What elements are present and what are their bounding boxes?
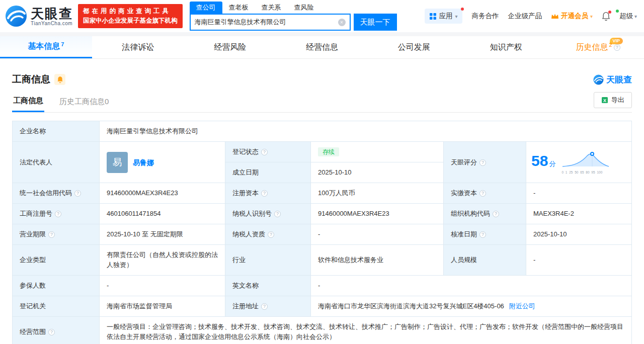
search-input[interactable]: [191, 19, 338, 26]
info-icon[interactable]: ?: [48, 231, 55, 238]
insured-count-label-cell: 参保人数: [13, 276, 100, 296]
search-tab-relation[interactable]: 查关系: [255, 2, 288, 14]
slogan-line1: 都在用的商业查询工具: [83, 7, 178, 16]
approval-date-value: 2025-10-10: [526, 224, 632, 245]
info-icon[interactable]: ?: [48, 329, 55, 335]
reg-address-label: 注册地址: [232, 302, 259, 310]
tab-label: 基本信息: [28, 41, 60, 52]
export-button[interactable]: X 导出: [594, 92, 632, 108]
chevron-down-icon: ▾: [634, 14, 637, 19]
nav-business-cooperation[interactable]: 商务合作: [471, 12, 499, 21]
info-icon[interactable]: ?: [479, 231, 486, 238]
reg-authority-label: 登记机关: [20, 302, 46, 310]
reg-capital-label-cell: 注册资本?: [225, 183, 311, 204]
score-number: 58分: [531, 156, 555, 169]
info-icon[interactable]: ?: [74, 190, 81, 197]
info-icon[interactable]: ?: [261, 303, 268, 310]
nearby-companies-link[interactable]: 附近公司: [509, 302, 535, 310]
export-label: 导出: [611, 96, 624, 105]
table-row: 登记机关 海南省市场监督管理局 注册地址? 海南省海口市龙华区滨海街道滨海大道3…: [13, 296, 632, 317]
search-block: 查公司 查老板 查关系 查风险 × 天眼一下: [190, 2, 397, 31]
company-name-label: 企业名称: [20, 127, 46, 135]
svg-text:X: X: [603, 98, 606, 103]
search-tab-company[interactable]: 查公司: [190, 2, 222, 14]
staff-size-label: 人员规模: [451, 256, 477, 264]
business-term-value: 2025-10-10 至 无固定期限: [100, 224, 225, 245]
nav-open-vip[interactable]: 开通会员 ▾: [551, 12, 593, 21]
tab-operating-risk[interactable]: 经营风险: [184, 36, 276, 58]
legal-rep-link[interactable]: 易鲁娜: [133, 157, 154, 167]
tab-history-info[interactable]: VIP 历史信息2 ?: [552, 36, 644, 58]
table-row: 工商注册号? 460106011471854 纳税人识别号? 91460000M…: [13, 204, 632, 224]
tab-intellectual-property[interactable]: 知识产权: [460, 36, 552, 58]
brand-domain: TianYanCha.com: [31, 21, 73, 26]
legal-rep-label: 法定代表人: [20, 158, 52, 166]
reg-address-value-cell: 海南省海口市龙华区滨海街道滨海大道32号复兴城E区4楼405-06附近公司: [311, 296, 632, 317]
notification-dot: [461, 8, 464, 11]
industry-value: 软件和信息技术服务业: [311, 245, 444, 276]
search-tab-risk[interactable]: 查风险: [288, 2, 320, 14]
org-code-label-cell: 组织机构代码?: [444, 204, 526, 224]
tab-basic-info[interactable]: 基本信息7: [0, 36, 92, 58]
reg-status-label-cell: 登记状态?: [225, 142, 311, 162]
score-value: 58: [531, 152, 548, 169]
score-axis-ticks: 0 1 25 50 65 80 95 100: [561, 170, 611, 175]
legal-rep-value-cell: 易 易鲁娜: [100, 142, 225, 183]
reg-status-value-cell: 存续: [311, 142, 444, 162]
info-icon[interactable]: ?: [493, 211, 499, 217]
clear-icon[interactable]: ×: [338, 19, 346, 26]
reg-capital-label: 注册资本: [232, 189, 259, 197]
staff-size-label-cell: 人员规模: [444, 245, 526, 276]
tab-legal-proceedings[interactable]: 法律诉讼: [92, 36, 184, 58]
tab-operating-info[interactable]: 经营信息: [276, 36, 368, 58]
chevron-down-icon: ▾: [455, 14, 457, 19]
establish-date-label-cell: 成立日期: [225, 162, 311, 183]
apps-menu[interactable]: 应用 ▾: [425, 9, 462, 24]
tab-badge: 7: [61, 41, 64, 47]
english-name-label: 英文名称: [232, 282, 259, 289]
staff-size-value: -: [526, 245, 632, 276]
reg-number-value: 460106011471854: [100, 204, 225, 224]
paid-capital-label: 实缴资本: [451, 189, 477, 197]
notification-bell-icon[interactable]: [602, 12, 610, 21]
search-button[interactable]: 天眼一下: [354, 14, 397, 31]
notification-dot: [608, 11, 611, 14]
business-scope-value: 一般经营项目：企业管理咨询；技术服务、技术开发、技术咨询、技术交流、技术转让、技…: [100, 317, 632, 344]
subscribe-bell-icon[interactable]: [54, 74, 65, 85]
info-icon[interactable]: ?: [614, 44, 620, 51]
search-input-wrap: ×: [190, 14, 351, 31]
legal-rep-avatar[interactable]: 易: [107, 152, 128, 173]
slogan-banner: 都在用的商业查询工具 国家中小企业发展子基金旗下机构: [78, 4, 183, 28]
nav-enterprise-products[interactable]: 企业级产品: [508, 12, 542, 21]
subtab-business-info[interactable]: 工商信息: [12, 91, 44, 112]
online-status-dot: [616, 10, 619, 13]
reg-authority-label-cell: 登记机关: [13, 296, 100, 317]
info-icon[interactable]: ?: [55, 211, 61, 217]
credit-code-value: 91460000MAEX3R4E23: [100, 183, 225, 204]
legal-rep-label-cell: 法定代表人: [13, 142, 100, 183]
section-head: 工商信息 天眼查: [12, 73, 632, 86]
watermark-logo: 天眼查: [593, 74, 632, 85]
subtab-history-business-info[interactable]: 历史工商信息0: [58, 92, 110, 112]
search-tab-boss[interactable]: 查老板: [222, 2, 255, 14]
company-name-label-cell: 企业名称: [13, 121, 100, 142]
info-icon[interactable]: ?: [268, 231, 274, 238]
info-icon[interactable]: ?: [479, 159, 486, 166]
tianyancha-logo[interactable]: 天眼查 TianYanCha.com: [5, 5, 73, 27]
reg-address-value: 海南省海口市龙华区滨海街道滨海大道32号复兴城E区4楼405-06: [318, 302, 504, 310]
info-icon[interactable]: ?: [261, 190, 268, 197]
info-icon[interactable]: ?: [479, 190, 486, 197]
tab-company-development[interactable]: 公司发展: [368, 36, 460, 58]
business-scope-label-cell: 经营范围?: [13, 317, 100, 344]
score-value-cell[interactable]: 58分 0 1 25 50 65 80 95 100: [526, 142, 632, 183]
business-term-label-cell: 营业期限?: [13, 224, 100, 245]
excel-export-icon: X: [601, 97, 608, 104]
company-name-value: 海南巨量引擎信息技术有限公司: [100, 121, 632, 142]
crown-icon: [551, 13, 559, 20]
tianyancha-logo-icon: [5, 5, 27, 27]
paid-capital-value: -: [526, 183, 632, 204]
info-icon[interactable]: ?: [261, 149, 268, 155]
nav-super-vip[interactable]: 超级 ▾: [619, 12, 637, 21]
subtab-row: 工商信息 历史工商信息0 X 导出: [12, 91, 632, 113]
info-icon[interactable]: ?: [274, 211, 281, 217]
